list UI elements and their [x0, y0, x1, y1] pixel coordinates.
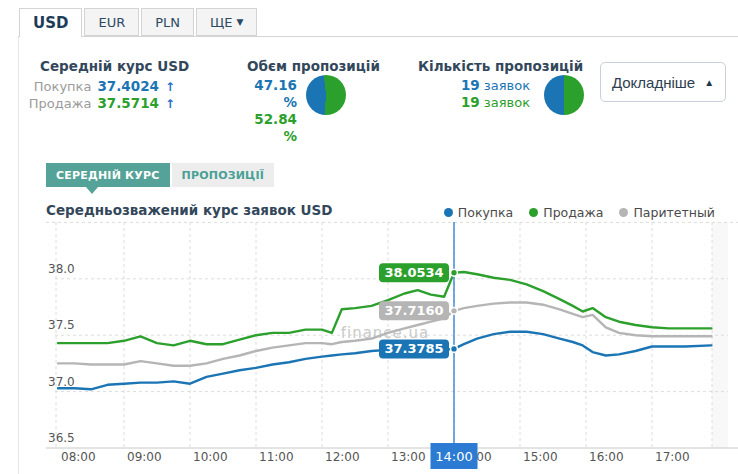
tab-pln[interactable]: PLN — [141, 8, 194, 36]
currency-tabbar: USD EUR PLN ЩЕ ▼ — [19, 8, 257, 37]
chevron-down-icon: ▼ — [236, 17, 243, 27]
x-axis-tick-label: 13:00 — [391, 450, 426, 464]
x-axis-tick-label: 11:00 — [259, 450, 294, 464]
tab-more[interactable]: ЩЕ ▼ — [196, 8, 257, 36]
subtab-offers[interactable]: ПРОПОЗИЦІЇ — [172, 163, 275, 187]
subtab-average-rate[interactable]: СЕРЕДНІЙ КУРС — [46, 163, 170, 187]
x-axis-tick-label: 08:00 — [61, 450, 96, 464]
tab-eur-label: EUR — [98, 15, 125, 30]
tab-pln-label: PLN — [155, 15, 180, 30]
x-axis-tick-label: 09:00 — [127, 450, 162, 464]
tab-usd[interactable]: USD — [19, 8, 82, 37]
tab-usd-label: USD — [33, 14, 68, 32]
tab-eur[interactable]: EUR — [84, 8, 139, 36]
rates-line-chart: 36.537.037.538.0finance.ua08:0009:0010:0… — [0, 0, 738, 474]
tab-more-label: ЩЕ — [210, 15, 232, 30]
x-axis-tick-label: 17:00 — [655, 450, 690, 464]
chart-mode-tabs: СЕРЕДНІЙ КУРС ПРОПОЗИЦІЇ — [46, 163, 274, 187]
chart-plot-area[interactable] — [56, 222, 712, 448]
plot-right-band — [712, 222, 728, 448]
x-axis-tick-label: 12:00 — [325, 450, 360, 464]
x-axis-tick-label: 10:00 — [193, 450, 228, 464]
time-marker-label: 14:00 — [435, 449, 472, 464]
x-axis-tick-label: 15:00 — [523, 450, 558, 464]
x-axis-tick-label: 16:00 — [589, 450, 624, 464]
